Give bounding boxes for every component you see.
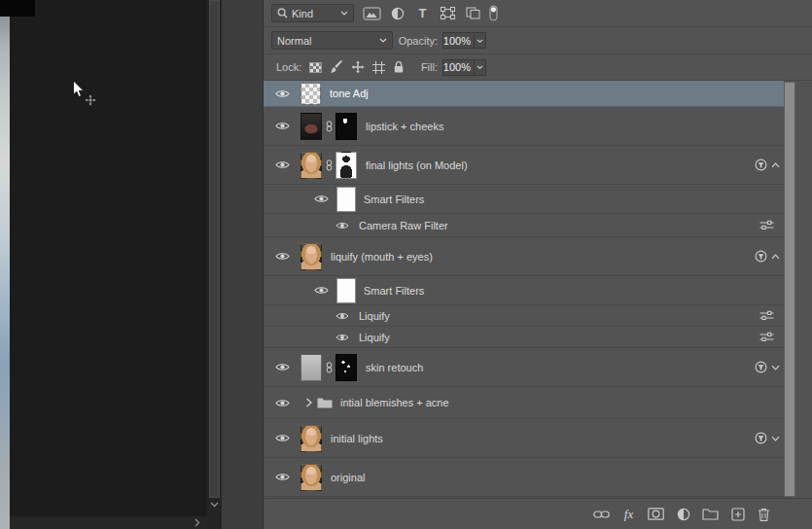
layer-mask-thumbnail[interactable]	[335, 152, 357, 179]
link-layers-icon[interactable]	[593, 506, 610, 523]
mask-link-icon[interactable]	[322, 121, 335, 132]
filter-item-row[interactable]: Liquify	[264, 305, 784, 327]
smart-filter-badge-icon[interactable]	[755, 432, 767, 444]
filter-blend-options-icon[interactable]	[759, 220, 774, 230]
chevron-down-icon[interactable]	[771, 436, 780, 441]
new-layer-icon[interactable]	[730, 506, 745, 523]
visibility-eye-icon[interactable]	[264, 251, 300, 262]
group-folder-icon[interactable]	[317, 397, 333, 408]
group-name[interactable]: intial blemishes + acne	[340, 397, 449, 408]
visibility-eye-icon[interactable]	[264, 362, 300, 372]
visibility-eye-icon[interactable]	[264, 472, 300, 482]
smart-filter-thumbnail[interactable]	[336, 278, 356, 303]
layer-name[interactable]: final lights (on Model)	[366, 159, 468, 171]
layer-mask-thumbnail[interactable]	[335, 354, 357, 381]
smart-filter-badge-icon[interactable]	[755, 159, 767, 171]
lock-pixels-icon[interactable]	[330, 60, 343, 74]
layer-name[interactable]: liquify (mouth + eyes)	[331, 251, 433, 263]
scrollbar-thumb[interactable]	[785, 83, 794, 496]
smart-filters-row[interactable]: Smart Filters	[264, 185, 784, 214]
canvas-vertical-scrollbar[interactable]	[207, 0, 222, 529]
chevron-down-icon[interactable]	[771, 365, 780, 370]
fill-dropdown-button[interactable]	[475, 59, 486, 76]
mask-link-icon[interactable]	[322, 362, 335, 373]
smart-filter-badge-icon[interactable]	[755, 250, 767, 263]
smart-object-filter-icon[interactable]	[462, 4, 484, 22]
chevron-up-icon[interactable]	[771, 162, 780, 168]
layer-thumbnail[interactable]	[300, 243, 322, 270]
lock-position-icon[interactable]	[351, 60, 365, 74]
lock-artboard-icon[interactable]	[372, 61, 385, 74]
layer-row[interactable]: tone Adj	[264, 81, 784, 107]
new-adjustment-icon[interactable]	[676, 506, 690, 523]
lock-all-icon[interactable]	[393, 60, 405, 74]
scrollbar-thumb[interactable]	[209, 0, 220, 498]
layer-thumbnail[interactable]	[300, 113, 322, 140]
layer-row[interactable]: final lights (on Model)	[264, 146, 784, 185]
layer-name[interactable]: tone Adj	[330, 88, 369, 99]
group-row[interactable]: intial blemishes + acne	[264, 387, 784, 419]
smart-filter-thumbnail[interactable]	[336, 187, 356, 212]
layer-thumbnail[interactable]	[300, 152, 322, 179]
layer-name[interactable]: lipstick + cheeks	[366, 121, 443, 132]
layer-row[interactable]: initial lights	[264, 419, 784, 458]
visibility-eye-icon[interactable]	[308, 194, 334, 204]
layer-name[interactable]: initial lights	[331, 433, 383, 444]
visibility-eye-icon[interactable]	[330, 333, 355, 342]
canvas-area[interactable]	[0, 0, 207, 529]
scroll-right-arrow-icon[interactable]	[194, 518, 200, 527]
fill-field[interactable]: 100%	[442, 59, 486, 76]
layer-effects-icon[interactable]: fx	[621, 506, 636, 523]
layer-row[interactable]: original	[264, 458, 784, 497]
layer-row[interactable]: lipstick + cheeks	[264, 107, 784, 146]
layer-thumbnail[interactable]	[300, 354, 322, 381]
visibility-eye-icon[interactable]	[330, 221, 355, 230]
canvas-horizontal-scrollbar[interactable]	[10, 516, 207, 529]
mask-link-icon[interactable]	[322, 159, 335, 171]
opacity-dropdown-button[interactable]	[475, 32, 486, 49]
smart-filters-label[interactable]: Smart Filters	[364, 194, 424, 205]
smart-filter-badge-icon[interactable]	[755, 361, 767, 373]
layer-row[interactable]: liquify (mouth + eyes)	[264, 237, 784, 276]
smart-filters-label[interactable]: Smart Filters	[364, 285, 424, 297]
opacity-field[interactable]: 100%	[442, 32, 486, 49]
visibility-eye-icon[interactable]	[264, 88, 300, 99]
filter-kind-dropdown[interactable]: Kind	[271, 4, 354, 22]
adjustment-filter-icon[interactable]	[386, 4, 408, 22]
layers-panel-scrollbar[interactable]	[784, 82, 795, 497]
visibility-eye-icon[interactable]	[264, 433, 300, 443]
shape-filter-icon[interactable]	[437, 4, 459, 22]
filter-name[interactable]: Camera Raw Filter	[359, 220, 448, 231]
opacity-value[interactable]: 100%	[442, 32, 475, 49]
visibility-eye-icon[interactable]	[264, 121, 300, 131]
chevron-up-icon[interactable]	[771, 254, 780, 260]
layer-thumbnail[interactable]	[300, 425, 322, 452]
filter-blend-options-icon[interactable]	[759, 332, 774, 342]
delete-layer-icon[interactable]	[757, 506, 771, 523]
layer-thumbnail[interactable]	[300, 464, 322, 491]
visibility-eye-icon[interactable]	[308, 285, 334, 296]
pixel-filter-icon[interactable]	[361, 4, 383, 22]
layer-mask-thumbnail[interactable]	[335, 113, 357, 140]
visibility-eye-icon[interactable]	[264, 398, 300, 408]
layer-name[interactable]: skin retouch	[366, 362, 423, 373]
type-filter-icon[interactable]: T	[411, 4, 434, 22]
visibility-eye-icon[interactable]	[330, 311, 355, 321]
filter-toggle-switch[interactable]	[489, 5, 498, 21]
lock-transparency-icon[interactable]	[309, 62, 322, 73]
scroll-down-arrow-icon[interactable]	[210, 502, 219, 508]
filter-item-row[interactable]: Liquify	[264, 327, 784, 348]
layer-thumbnail[interactable]	[300, 83, 321, 105]
layer-row[interactable]: skin retouch	[264, 348, 784, 387]
filter-item-row[interactable]: Camera Raw Filter	[264, 214, 784, 237]
visibility-eye-icon[interactable]	[264, 159, 300, 170]
new-group-icon[interactable]	[702, 506, 719, 523]
filter-blend-options-icon[interactable]	[759, 310, 774, 321]
layer-name[interactable]: original	[331, 472, 365, 483]
blend-mode-dropdown[interactable]: Normal	[271, 31, 393, 50]
filter-name[interactable]: Liquify	[359, 332, 390, 343]
group-disclosure-icon[interactable]	[300, 398, 316, 407]
add-mask-icon[interactable]	[648, 506, 664, 523]
fill-value[interactable]: 100%	[442, 59, 475, 76]
filter-name[interactable]: Liquify	[359, 310, 390, 322]
